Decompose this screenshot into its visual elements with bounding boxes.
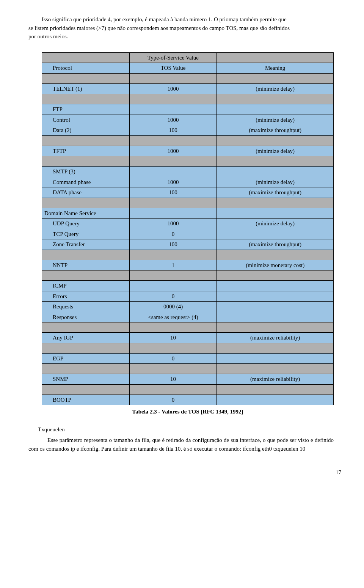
table-row: BOOTP 0	[42, 395, 334, 405]
table-row: Zone Transfer 100 (maximize throughput)	[42, 239, 334, 250]
page-number: 17	[42, 468, 341, 477]
table-row: FTP	[42, 104, 334, 115]
table-row: SNMP 10 (maximize reliability)	[42, 374, 334, 385]
table-row: DATA phase 100 (maximize throughput)	[42, 187, 334, 198]
table-row: Data (2) 100 (maximize throughput)	[42, 125, 334, 136]
intro-paragraph: Isso significa que prioridade 4, por exe…	[42, 15, 334, 41]
table-row: Command phase 1000 (minimize delay)	[42, 177, 334, 187]
col-protocol: Protocol	[42, 63, 130, 74]
table-row: ICMP	[42, 281, 334, 291]
table-row: NNTP 1 (minimize monetary cost)	[42, 260, 334, 270]
intro-line1: Isso significa que prioridade 4, por exe…	[42, 16, 287, 22]
table-row: UDP Query 1000 (minimize delay)	[42, 219, 334, 229]
table-row: TELNET (1) 1000 (minimize delay)	[42, 83, 334, 94]
section-paragraph: Esse parâmetro representa o tamanho da f…	[28, 436, 334, 453]
table-caption: Tabela 2.3 - Valores de TOS [RFC 1349, 1…	[42, 407, 334, 416]
intro-line2: se listem prioridades maiores (>7) que n…	[28, 25, 290, 31]
table-row: Any IGP 10 (maximize reliability)	[42, 333, 334, 343]
table-row: EGP 0	[42, 353, 334, 364]
table-row: Responses <same as request> (4)	[42, 312, 334, 322]
table-row: TCP Query 0	[42, 229, 334, 239]
table-row: SMTP (3)	[42, 167, 334, 177]
intro-line3: por outros meios.	[28, 33, 68, 39]
table-row: TFTP 1000 (minimize delay)	[42, 146, 334, 156]
table-row: Errors 0	[42, 291, 334, 302]
col-tos: TOS Value	[129, 63, 217, 74]
section-heading: Txqueuelen	[38, 425, 334, 434]
table-column-row: Protocol TOS Value Meaning	[42, 63, 334, 74]
col-meaning: Meaning	[217, 63, 334, 74]
table-row: Domain Name Service	[42, 208, 334, 219]
tos-table: Type-of-Service Value Protocol TOS Value…	[42, 52, 334, 406]
table-row: Control 1000 (minimize delay)	[42, 115, 334, 125]
table-row: Requests 0000 (4)	[42, 302, 334, 312]
table-title: Type-of-Service Value	[129, 52, 217, 63]
table-header-row: Type-of-Service Value	[42, 52, 334, 63]
